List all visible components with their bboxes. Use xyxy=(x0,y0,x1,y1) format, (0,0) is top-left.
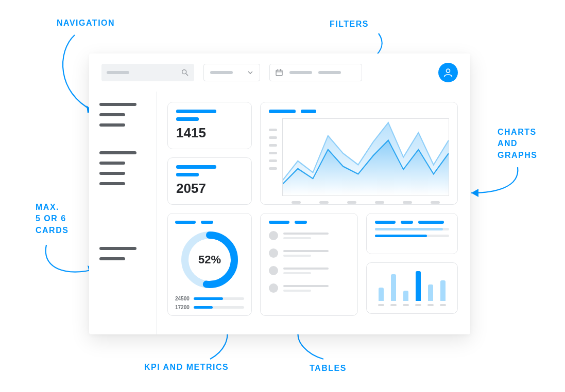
kpi-value-2: 2057 xyxy=(176,181,243,197)
donut-legend-value-1: 24500 xyxy=(175,296,190,301)
calendar-icon xyxy=(275,68,283,77)
svg-rect-8 xyxy=(276,70,282,76)
kpi-card-1[interactable]: 1415 xyxy=(167,102,252,149)
chart-x-labels xyxy=(282,196,449,204)
line-chart-card[interactable] xyxy=(260,102,458,205)
annotation-navigation: NAVIGATION xyxy=(57,17,115,29)
svg-point-6 xyxy=(182,70,186,74)
line-chart xyxy=(282,118,449,196)
table-row[interactable] xyxy=(269,231,349,240)
kpi-value-1: 1415 xyxy=(176,125,243,141)
svg-line-7 xyxy=(186,74,188,76)
table-row[interactable] xyxy=(269,283,349,293)
nav-item[interactable] xyxy=(99,172,125,175)
chevron-down-icon xyxy=(247,69,253,76)
bar-chart xyxy=(375,270,449,301)
nav-item[interactable] xyxy=(99,182,125,185)
content-grid: 1415 2057 52% xyxy=(157,92,470,334)
annotation-charts-graphs: CHARTS AND GRAPHS xyxy=(498,127,537,161)
annotation-filters: FILTERS xyxy=(330,19,369,30)
donut-legend-value-2: 17200 xyxy=(175,305,190,310)
nav-item[interactable] xyxy=(99,162,125,165)
nav-group-3 xyxy=(99,247,146,260)
table-row[interactable] xyxy=(269,248,349,258)
nav-group-1 xyxy=(99,103,146,127)
top-bar xyxy=(89,54,470,92)
table-row[interactable] xyxy=(269,266,349,275)
bar-chart-card[interactable] xyxy=(366,262,458,314)
kpi-card-2[interactable]: 2057 xyxy=(167,157,252,205)
table-card[interactable] xyxy=(260,213,358,316)
nav-item[interactable] xyxy=(99,123,125,127)
dashboard-window: 1415 2057 52% xyxy=(89,54,470,334)
progress-card[interactable] xyxy=(366,213,458,254)
search-input[interactable] xyxy=(101,64,194,81)
svg-marker-5 xyxy=(471,189,478,197)
date-range-picker[interactable] xyxy=(269,64,362,81)
nav-item[interactable] xyxy=(99,247,136,250)
arrow-charts xyxy=(466,165,528,206)
chart-y-labels xyxy=(269,116,277,204)
nav-group-2 xyxy=(99,151,146,185)
search-icon xyxy=(181,68,189,77)
user-icon xyxy=(443,67,453,78)
bar-x-labels xyxy=(375,304,449,306)
donut-card[interactable]: 52% 24500 17200 xyxy=(167,213,252,316)
progress-rows xyxy=(375,228,449,237)
nav-item[interactable] xyxy=(99,151,136,154)
annotation-max-cards: MAX. 5 OR 6 CARDS xyxy=(36,202,69,236)
nav-item[interactable] xyxy=(99,103,136,106)
nav-item[interactable] xyxy=(99,257,125,260)
user-avatar[interactable] xyxy=(438,63,458,82)
donut-chart: 52% xyxy=(177,227,243,293)
filter-select[interactable] xyxy=(203,64,260,81)
sidebar xyxy=(89,92,157,334)
donut-percent-label: 52% xyxy=(177,227,243,293)
nav-item[interactable] xyxy=(99,113,125,116)
svg-point-12 xyxy=(447,69,450,73)
